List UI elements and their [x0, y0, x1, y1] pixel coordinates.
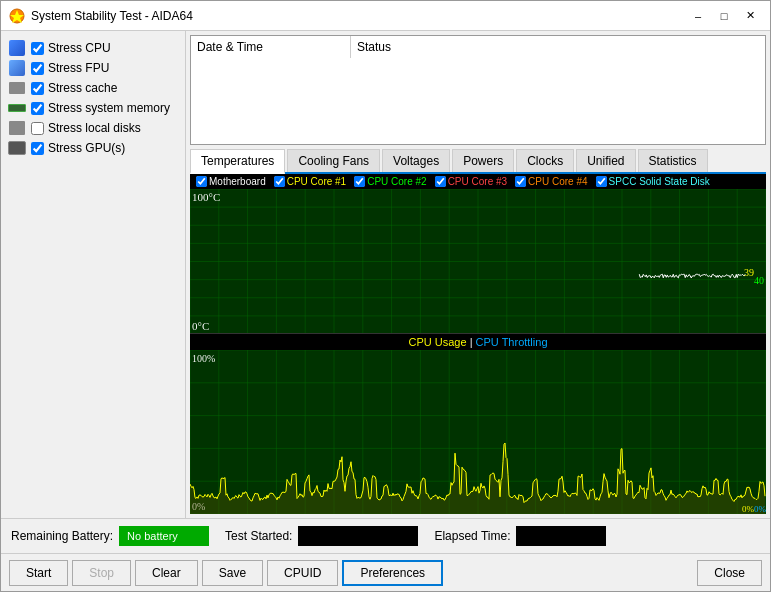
legend-spcc: SPCC Solid State Disk [596, 176, 710, 187]
window-title: System Stability Test - AIDA64 [31, 9, 686, 23]
tabs-container: Temperatures Cooling Fans Voltages Power… [190, 149, 766, 514]
log-status-header: Status [351, 36, 765, 58]
stress-cpu-checkbox[interactable] [31, 42, 44, 55]
legend-cpu-core-4: CPU Core #4 [515, 176, 587, 187]
clear-button[interactable]: Clear [135, 560, 198, 586]
stress-gpu-label: Stress GPU(s) [48, 141, 125, 155]
stress-cache-label: Stress cache [48, 81, 117, 95]
cpu-usage-chart: CPU Usage | CPU Throttling [190, 334, 766, 514]
status-bar: Remaining Battery: No battery Test Start… [1, 518, 770, 553]
cache-icon [7, 80, 27, 96]
left-panel: Stress CPU Stress FPU Stress cache Stres… [1, 31, 186, 518]
cpu-usage-label: CPU Usage [409, 336, 467, 348]
stress-fpu-item: Stress FPU [5, 59, 181, 77]
chart-area: Motherboard CPU Core #1 CPU Core #2 [190, 174, 766, 514]
stress-cpu-item: Stress CPU [5, 39, 181, 57]
chart-legend: Motherboard CPU Core #1 CPU Core #2 [190, 174, 766, 189]
stress-disk-item: Stress local disks [5, 119, 181, 137]
legend-cpu-core-2-cb[interactable] [354, 176, 365, 187]
stress-gpu-item: Stress GPU(s) [5, 139, 181, 157]
stress-gpu-checkbox[interactable] [31, 142, 44, 155]
right-buttons: Close [697, 560, 762, 586]
legend-cpu-core-2: CPU Core #2 [354, 176, 426, 187]
save-button[interactable]: Save [202, 560, 263, 586]
legend-motherboard-cb[interactable] [196, 176, 207, 187]
minimize-button[interactable]: – [686, 6, 710, 26]
cpu-canvas [190, 350, 766, 514]
tab-clocks[interactable]: Clocks [516, 149, 574, 172]
legend-cpu-core-3: CPU Core #3 [435, 176, 507, 187]
left-buttons: Start Stop Clear Save CPUID Preferences [9, 560, 443, 586]
stress-cache-item: Stress cache [5, 79, 181, 97]
cpuid-button[interactable]: CPUID [267, 560, 338, 586]
legend-cpu-core-1: CPU Core #1 [274, 176, 346, 187]
stress-memory-label: Stress system memory [48, 101, 170, 115]
legend-cpu-core-1-cb[interactable] [274, 176, 285, 187]
legend-cpu-core-2-label: CPU Core #2 [367, 176, 426, 187]
temperature-chart: Motherboard CPU Core #1 CPU Core #2 [190, 174, 766, 334]
legend-motherboard-label: Motherboard [209, 176, 266, 187]
stop-button[interactable]: Stop [72, 560, 131, 586]
test-started-label: Test Started: [225, 529, 292, 543]
elapsed-time-label: Elapsed Time: [434, 529, 510, 543]
temp-canvas [190, 189, 766, 334]
disk-icon [7, 120, 27, 136]
tab-bar: Temperatures Cooling Fans Voltages Power… [190, 149, 766, 174]
tab-unified[interactable]: Unified [576, 149, 635, 172]
title-bar: System Stability Test - AIDA64 – □ ✕ [1, 1, 770, 31]
stress-disk-checkbox[interactable] [31, 122, 44, 135]
legend-spcc-cb[interactable] [596, 176, 607, 187]
app-icon [9, 8, 25, 24]
legend-spcc-label: SPCC Solid State Disk [609, 176, 710, 187]
log-date-header: Date & Time [191, 36, 351, 58]
close-window-button[interactable]: ✕ [738, 6, 762, 26]
maximize-button[interactable]: □ [712, 6, 736, 26]
elapsed-time-item: Elapsed Time: [434, 526, 606, 546]
remaining-battery-value: No battery [119, 526, 209, 546]
tab-cooling[interactable]: Cooling Fans [287, 149, 380, 172]
stress-memory-item: Stress system memory [5, 99, 181, 117]
right-panel: Date & Time Status Temperatures Cooling … [186, 31, 770, 518]
cpu-throttle-label: CPU Throttling [476, 336, 548, 348]
stress-cache-checkbox[interactable] [31, 82, 44, 95]
main-window: System Stability Test - AIDA64 – □ ✕ Str… [0, 0, 771, 592]
fpu-icon [7, 60, 27, 76]
stress-fpu-label: Stress FPU [48, 61, 109, 75]
legend-motherboard: Motherboard [196, 176, 266, 187]
stress-fpu-checkbox[interactable] [31, 62, 44, 75]
stress-cpu-label: Stress CPU [48, 41, 111, 55]
test-started-value [298, 526, 418, 546]
legend-cpu-core-4-cb[interactable] [515, 176, 526, 187]
remaining-battery-item: Remaining Battery: No battery [11, 526, 209, 546]
test-started-item: Test Started: [225, 526, 418, 546]
log-area: Date & Time Status [190, 35, 766, 145]
start-button[interactable]: Start [9, 560, 68, 586]
tab-temperatures[interactable]: Temperatures [190, 149, 285, 174]
cpu-icon [7, 40, 27, 56]
cpu-chart-title: CPU Usage | CPU Throttling [190, 334, 766, 350]
log-header: Date & Time Status [191, 36, 765, 58]
preferences-button[interactable]: Preferences [342, 560, 443, 586]
gpu-icon [7, 140, 27, 156]
remaining-battery-label: Remaining Battery: [11, 529, 113, 543]
legend-cpu-core-4-label: CPU Core #4 [528, 176, 587, 187]
close-button[interactable]: Close [697, 560, 762, 586]
bottom-bar: Start Stop Clear Save CPUID Preferences … [1, 553, 770, 591]
legend-cpu-core-3-label: CPU Core #3 [448, 176, 507, 187]
tab-voltages[interactable]: Voltages [382, 149, 450, 172]
tab-statistics[interactable]: Statistics [638, 149, 708, 172]
stress-memory-checkbox[interactable] [31, 102, 44, 115]
window-controls: – □ ✕ [686, 6, 762, 26]
legend-cpu-core-1-label: CPU Core #1 [287, 176, 346, 187]
tab-powers[interactable]: Powers [452, 149, 514, 172]
memory-icon [7, 100, 27, 116]
stress-disk-label: Stress local disks [48, 121, 141, 135]
main-content: Stress CPU Stress FPU Stress cache Stres… [1, 31, 770, 518]
legend-cpu-core-3-cb[interactable] [435, 176, 446, 187]
elapsed-time-value [516, 526, 606, 546]
